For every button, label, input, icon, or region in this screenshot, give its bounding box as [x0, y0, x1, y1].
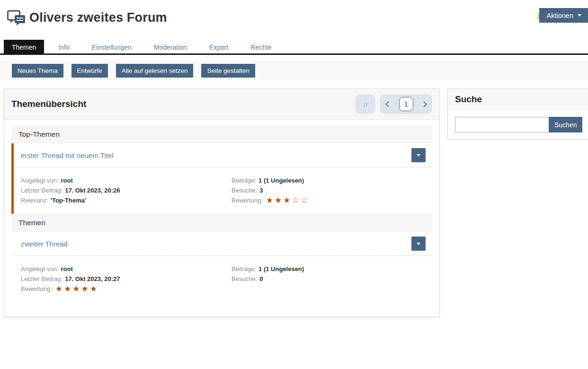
tab-themen[interactable]: Themen: [4, 40, 44, 55]
search-title: Suche: [455, 94, 582, 105]
thread-item-top: erster Thread mit neuem Titel Angelegt v…: [11, 143, 432, 214]
details-right-column: Beiträge: 1 (1 Ungelesen) Besuche: 3 Bew…: [232, 176, 432, 205]
search-input[interactable]: [455, 117, 549, 132]
search-header: Suche: [448, 89, 588, 110]
thread-link-first[interactable]: erster Thread mit neuem Titel: [21, 151, 114, 159]
section-top-themen: Top-Themen: [11, 125, 432, 143]
thread-details: Angelegt von: root Letzter Beitrag: 17. …: [14, 167, 432, 214]
search-form: Suchen: [448, 110, 588, 139]
thread-details: Angelegt von: root Letzter Beitrag: 17. …: [14, 256, 432, 302]
visits-row: Besuche: 0: [232, 274, 432, 284]
previous-page-icon[interactable]: [385, 101, 392, 107]
section-themen: Themen: [11, 214, 432, 232]
posts-row: Beiträge: 1 (1 Ungelesen): [232, 264, 432, 274]
topic-list: Top-Themen erster Thread mit neuem Titel…: [4, 120, 439, 316]
tab-rechte[interactable]: Rechte: [242, 40, 279, 55]
caret-down-icon: [578, 14, 581, 17]
details-right-column: Beiträge: 1 (1 Ungelesen) Besuche: 0: [232, 264, 432, 294]
actions-button[interactable]: Aktionen: [539, 8, 588, 23]
posts-row: Beiträge: 1 (1 Ungelesen): [232, 176, 432, 185]
forum-icon: [7, 9, 27, 29]
next-page-icon[interactable]: [421, 101, 427, 107]
thread-item: zweiter Thread Angelegt von: root Letzte…: [11, 232, 432, 302]
thread-title-row: erster Thread mit neuem Titel: [14, 143, 432, 167]
thread-link-second[interactable]: zweiter Thread: [21, 240, 68, 248]
search-panel: Suche Suchen: [447, 88, 588, 140]
actions-button-label: Aktionen: [547, 12, 573, 19]
drafts-button[interactable]: Entwürfe: [71, 64, 108, 78]
rating-row: Bewertung: ★★★☆☆: [232, 195, 432, 205]
rating-stars: ★★★★★: [55, 285, 98, 293]
page-title: Olivers zweites Forum: [29, 10, 167, 25]
topic-overview-title: Themenübersicht: [11, 99, 86, 109]
relevance-row: Relevanz: 'Top-Thema': [21, 195, 232, 205]
last-post-row: Letzter Beitrag: 17. Okt 2023, 20:26: [21, 185, 232, 195]
caret-down-icon: [417, 154, 420, 157]
details-left-column: Angelegt von: root Letzter Beitrag: 17. …: [21, 264, 232, 294]
thread-title-row: zweiter Thread: [14, 232, 432, 256]
mark-all-read-button[interactable]: Alle auf gelesen setzen: [116, 64, 194, 78]
design-page-button[interactable]: Seite gestalten: [201, 64, 255, 78]
toolbar: Neues Thema Entwürfe Alle auf gelesen se…: [0, 61, 588, 80]
pagination: 1: [380, 94, 432, 114]
search-button[interactable]: Suchen: [549, 117, 582, 132]
visits-row: Besuche: 3: [232, 185, 432, 195]
topic-overview-panel: Themenübersicht ↓ ↑ 1 Top-Themen erster …: [4, 88, 440, 317]
thread-menu-button[interactable]: [411, 148, 426, 162]
created-by-row: Angelegt von: root: [21, 176, 232, 185]
rating-stars: ★★★☆☆: [266, 196, 309, 204]
sort-button[interactable]: ↓ ↑: [355, 94, 375, 114]
rating-row: Bewertung: ★★★★★: [21, 284, 232, 294]
caret-down-icon: [417, 243, 420, 245]
details-left-column: Angelegt von: root Letzter Beitrag: 17. …: [21, 176, 232, 205]
app-header: Olivers zweites Forum Aktionen: [0, 0, 588, 33]
tab-info[interactable]: Info: [50, 40, 77, 55]
topic-overview-header: Themenübersicht ↓ ↑ 1: [4, 89, 439, 120]
thread-menu-button[interactable]: [411, 237, 426, 251]
new-topic-button[interactable]: Neues Thema: [12, 64, 63, 78]
tab-export[interactable]: Export: [201, 40, 236, 55]
last-post-row: Letzter Beitrag: 17. Okt 2023, 20:27: [21, 274, 232, 284]
tab-einstellungen[interactable]: Einstellungen: [84, 40, 140, 55]
list-controls: ↓ ↑ 1: [355, 94, 432, 114]
tab-bar: Themen Info Einstellungen Moderation Exp…: [0, 40, 588, 55]
current-page-button[interactable]: 1: [399, 97, 413, 111]
created-by-row: Angelegt von: root: [21, 264, 232, 274]
tab-moderation[interactable]: Moderation: [146, 40, 195, 55]
